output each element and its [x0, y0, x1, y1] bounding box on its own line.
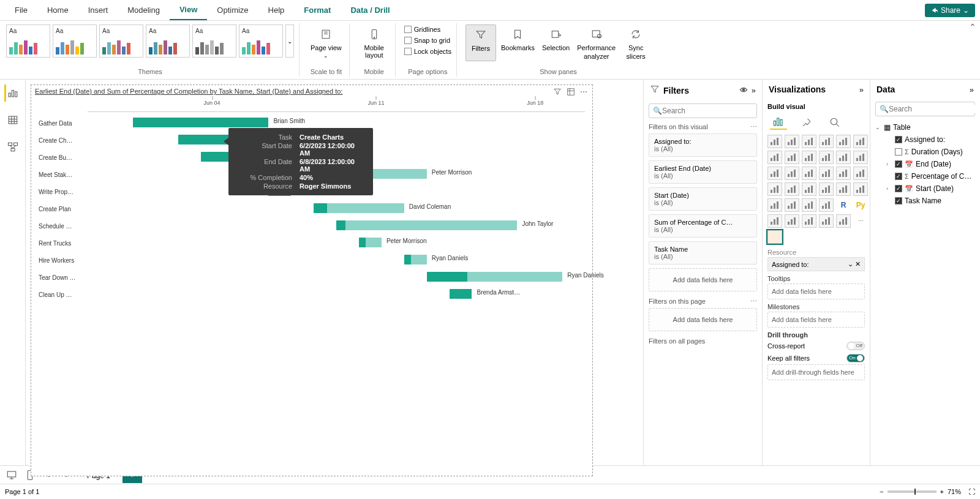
- viz-type-item[interactable]: [767, 182, 782, 196]
- gantt-row[interactable]: Tear Down …Ryan Daniels: [39, 269, 585, 286]
- viz-type-item[interactable]: [853, 182, 868, 196]
- tab-modeling[interactable]: Modeling: [118, 1, 170, 20]
- collapse-pane-icon[interactable]: »: [970, 85, 974, 94]
- tab-format[interactable]: Format: [294, 1, 341, 20]
- gantt-row[interactable]: Hire WorkersRyan Daniels: [39, 252, 585, 269]
- viz-type-item[interactable]: [819, 151, 834, 164]
- selection-pane-button[interactable]: Selection: [540, 24, 572, 61]
- keep-filters-toggle[interactable]: On: [846, 354, 865, 362]
- data-table-node[interactable]: ⌄ ▦ Table: [875, 121, 975, 133]
- viz-type-item[interactable]: [819, 214, 834, 228]
- report-view-button[interactable]: [4, 84, 21, 102]
- viz-type-item[interactable]: [785, 198, 799, 212]
- data-field[interactable]: ΣDuration (Days): [875, 146, 975, 158]
- gantt-visual[interactable]: Earliest End (Date) and Sum of Percentag…: [31, 84, 593, 476]
- filter-card[interactable]: Assigned to:is (All): [649, 133, 757, 157]
- viz-type-item[interactable]: [819, 135, 834, 148]
- fit-to-page-button[interactable]: ⛶: [968, 488, 975, 495]
- tab-view[interactable]: View: [170, 0, 207, 20]
- mobile-layout-button[interactable]: Mobile layout: [358, 24, 390, 60]
- filter-card[interactable]: Start (Date)is (All): [649, 187, 757, 211]
- format-visual-tab[interactable]: [798, 115, 815, 130]
- theme-dropdown[interactable]: ⌄: [285, 24, 294, 58]
- model-view-button[interactable]: [4, 138, 21, 156]
- visual-filter-icon[interactable]: [553, 88, 563, 97]
- viz-type-item[interactable]: [802, 135, 816, 148]
- tab-optimize[interactable]: Optimize: [207, 1, 258, 20]
- data-field[interactable]: ›📅Start (Date): [875, 182, 975, 195]
- tab-help[interactable]: Help: [258, 1, 295, 20]
- viz-type-item[interactable]: [767, 135, 782, 148]
- viz-type-item[interactable]: R: [836, 198, 851, 212]
- viz-type-item[interactable]: [802, 167, 816, 180]
- viz-type-item[interactable]: [819, 198, 834, 212]
- filters-search[interactable]: 🔍: [649, 103, 757, 118]
- theme-option-2[interactable]: Aa: [53, 24, 97, 58]
- filters-pane-button[interactable]: Filters: [466, 24, 496, 61]
- tab-data-drill[interactable]: Data / Drill: [341, 1, 399, 20]
- data-search[interactable]: 🔍: [875, 102, 975, 116]
- more-icon[interactable]: ⋯: [750, 123, 757, 131]
- more-icon[interactable]: ⋯: [750, 298, 757, 306]
- data-search-input[interactable]: [889, 105, 980, 113]
- viz-type-item[interactable]: [802, 182, 816, 196]
- gantt-row[interactable]: Create PlanDavid Coleman: [39, 200, 585, 217]
- filter-card[interactable]: Task Nameis (All): [649, 241, 757, 265]
- filter-card[interactable]: Earliest End (Date)is (All): [649, 160, 757, 184]
- viz-type-item[interactable]: [767, 151, 782, 164]
- viz-type-item[interactable]: [767, 214, 782, 228]
- field-checkbox[interactable]: [895, 136, 902, 143]
- tab-file[interactable]: File: [5, 1, 37, 20]
- viz-type-item[interactable]: [802, 198, 816, 212]
- field-checkbox[interactable]: [895, 173, 902, 180]
- cross-report-toggle[interactable]: Off: [846, 342, 865, 350]
- filters-search-input[interactable]: [662, 107, 754, 115]
- data-field[interactable]: Assigned to:: [875, 133, 975, 146]
- lock-objects-checkbox[interactable]: Lock objects: [404, 47, 451, 56]
- gantt-row[interactable]: Schedule …John Taylor: [39, 217, 585, 234]
- viz-type-item[interactable]: [785, 135, 799, 148]
- filter-card[interactable]: Sum of Percentage of C…is (All): [649, 214, 757, 238]
- desktop-layout-button[interactable]: [4, 468, 20, 482]
- table-view-button[interactable]: [4, 111, 21, 129]
- snap-to-grid-checkbox[interactable]: Snap to grid: [404, 36, 450, 45]
- viz-type-item[interactable]: [785, 214, 799, 228]
- data-field[interactable]: ›📅End (Date): [875, 158, 975, 170]
- data-field[interactable]: ΣPercentage of C…: [875, 170, 975, 182]
- collapse-pane-icon[interactable]: »: [752, 86, 756, 95]
- viz-type-item[interactable]: [767, 198, 782, 212]
- analytics-tab[interactable]: [826, 115, 843, 130]
- theme-option-3[interactable]: Aa: [99, 24, 143, 58]
- viz-type-item[interactable]: [802, 151, 816, 164]
- gridlines-checkbox[interactable]: Gridlines: [404, 24, 440, 34]
- viz-type-item[interactable]: Py: [853, 198, 868, 212]
- viz-type-item[interactable]: [819, 182, 834, 196]
- tab-home[interactable]: Home: [37, 1, 78, 20]
- milestones-drop-well[interactable]: Add data fields here: [767, 312, 865, 328]
- field-checkbox[interactable]: [895, 185, 902, 192]
- field-checkbox[interactable]: [895, 148, 902, 156]
- viz-type-item[interactable]: ⋯: [853, 214, 868, 228]
- viz-type-item[interactable]: [767, 230, 782, 244]
- viz-type-item[interactable]: [853, 167, 868, 180]
- field-checkbox[interactable]: [895, 197, 902, 204]
- assigned-to-well[interactable]: Assigned to: ⌄ ✕: [767, 257, 865, 271]
- viz-type-item[interactable]: [785, 182, 799, 196]
- viz-type-item[interactable]: [836, 151, 851, 164]
- drill-through-well[interactable]: Add drill-through fields here: [767, 364, 865, 380]
- sync-slicers-button[interactable]: Sync slicers: [620, 24, 651, 61]
- viz-type-item[interactable]: [836, 135, 851, 148]
- theme-option-1[interactable]: Aa: [6, 24, 50, 58]
- gantt-row[interactable]: Rent TrucksPeter Morrison: [39, 234, 585, 252]
- theme-option-6[interactable]: Aa: [239, 24, 283, 58]
- build-visual-tab[interactable]: [770, 115, 787, 130]
- viz-type-item[interactable]: [802, 214, 816, 228]
- zoom-slider[interactable]: [888, 490, 937, 493]
- data-field[interactable]: Task Name: [875, 195, 975, 207]
- viz-type-item[interactable]: [785, 167, 799, 180]
- viz-type-item[interactable]: [767, 167, 782, 180]
- field-checkbox[interactable]: [895, 160, 902, 168]
- visual-more-icon[interactable]: ⋯: [580, 88, 590, 97]
- gantt-row[interactable]: Clean Up …Brenda Armst…: [39, 286, 585, 303]
- collapse-pane-icon[interactable]: »: [859, 85, 864, 94]
